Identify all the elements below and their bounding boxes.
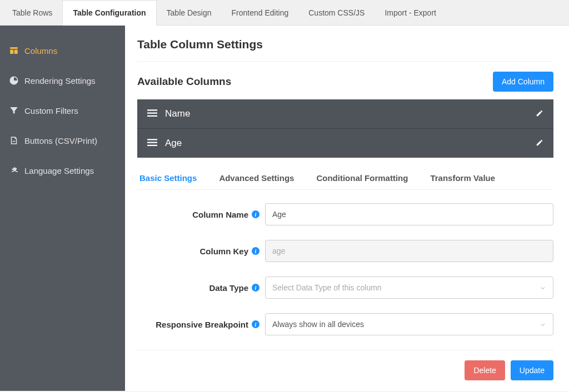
responsive-breakpoint-select[interactable]: Always show in all devices [265, 313, 553, 335]
sidebar-item-label: Buttons (CSV/Print) [24, 136, 97, 145]
available-columns-heading: Available Columns [137, 76, 231, 88]
sidebar-item-label: Custom Filters [24, 106, 78, 115]
subtab-transform-value[interactable]: Transform Value [430, 173, 495, 183]
sidebar-item-label: Rendering Settings [24, 76, 96, 86]
column-key-label: Column Key [199, 247, 248, 256]
column-form: Column Name i Column Key i Data Type [137, 203, 553, 380]
svg-rect-2 [147, 115, 157, 116]
chevron-down-icon [540, 321, 546, 328]
drag-handle-icon[interactable] [147, 109, 157, 119]
sidebar-item-buttons-csv-print[interactable]: Buttons (CSV/Print) [0, 125, 125, 155]
filter-icon [9, 105, 19, 115]
download-icon [9, 135, 19, 145]
responsive-breakpoint-value: Always show in all devices [272, 320, 364, 329]
tab-import-export[interactable]: Import - Export [375, 0, 446, 25]
sidebar-item-language-settings[interactable]: Language Settings [0, 155, 125, 185]
subtab-advanced-settings[interactable]: Advanced Settings [219, 173, 294, 183]
svg-rect-1 [147, 112, 157, 113]
top-tabs: Table Rows Table Configuration Table Des… [0, 0, 569, 26]
svg-rect-4 [147, 142, 157, 143]
responsive-breakpoint-label: Responsive Breakpoint [156, 320, 248, 329]
column-item-name[interactable]: Name [137, 99, 553, 129]
columns-list: Name Age [137, 99, 553, 158]
chevron-down-icon [540, 284, 546, 291]
svg-rect-5 [147, 144, 157, 145]
main-content: Table Column Settings Available Columns … [125, 26, 569, 391]
info-icon[interactable]: i [252, 210, 259, 218]
tab-custom-css-js[interactable]: Custom CSS/JS [298, 0, 375, 25]
data-type-label: Data Type [209, 283, 248, 293]
language-icon [9, 165, 19, 175]
column-key-input [265, 240, 553, 262]
column-name-input[interactable] [265, 203, 553, 225]
sidebar-item-label: Language Settings [24, 166, 94, 175]
table-icon [9, 46, 19, 56]
column-label: Age [165, 138, 182, 149]
subtab-basic-settings[interactable]: Basic Settings [139, 173, 197, 183]
edit-icon[interactable] [536, 109, 543, 119]
edit-icon[interactable] [536, 139, 543, 148]
tab-frontend-editing[interactable]: Frontend Editing [222, 0, 299, 25]
column-name-label: Column Name [192, 210, 248, 219]
data-type-select[interactable]: Select Data Type of this column [265, 277, 553, 299]
svg-rect-0 [147, 109, 157, 110]
column-subtabs: Basic Settings Advanced Settings Conditi… [137, 173, 553, 190]
info-icon[interactable]: i [252, 247, 259, 255]
add-column-button[interactable]: Add Column [493, 72, 553, 92]
page-title: Table Column Settings [137, 38, 553, 51]
info-icon[interactable]: i [252, 284, 259, 292]
delete-button[interactable]: Delete [465, 360, 505, 380]
info-icon[interactable]: i [252, 320, 259, 328]
sidebar: Columns Rendering Settings Custom Filter… [0, 26, 125, 391]
sidebar-item-columns[interactable]: Columns [0, 36, 125, 66]
render-icon [9, 76, 19, 86]
sidebar-item-label: Columns [24, 46, 57, 56]
tab-table-design[interactable]: Table Design [157, 0, 222, 25]
sidebar-item-custom-filters[interactable]: Custom Filters [0, 96, 125, 125]
drag-handle-icon[interactable] [147, 139, 157, 148]
subtab-conditional-formatting[interactable]: Conditional Formatting [316, 173, 408, 183]
tab-table-rows[interactable]: Table Rows [2, 0, 62, 25]
svg-rect-3 [147, 139, 157, 140]
update-button[interactable]: Update [511, 360, 553, 380]
column-item-age[interactable]: Age [137, 129, 553, 158]
tab-table-configuration[interactable]: Table Configuration [62, 0, 156, 26]
data-type-value: Select Data Type of this column [272, 283, 382, 292]
column-label: Name [165, 108, 190, 119]
sidebar-item-rendering-settings[interactable]: Rendering Settings [0, 66, 125, 96]
